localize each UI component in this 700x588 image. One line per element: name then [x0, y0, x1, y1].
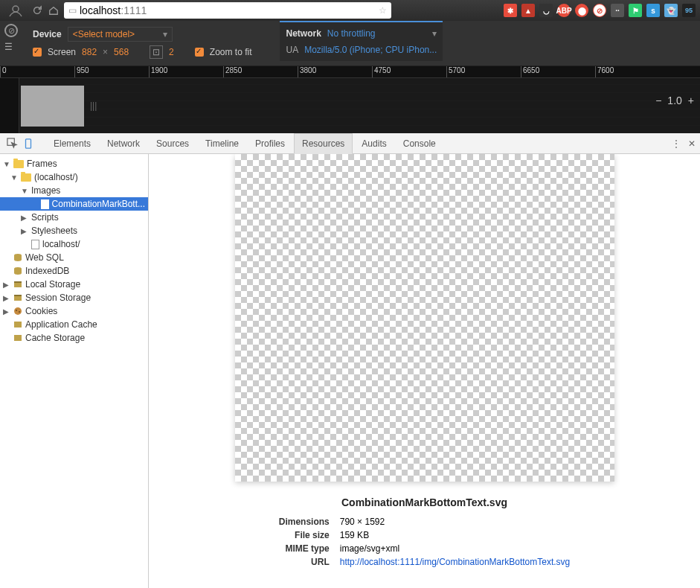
- tab-elements[interactable]: Elements: [46, 134, 98, 153]
- ext-abp-icon[interactable]: ABP: [557, 4, 571, 17]
- mini-viewport[interactable]: [21, 86, 84, 127]
- resource-url-link[interactable]: http://localhost:1111/img/CombinationMar…: [340, 557, 570, 567]
- svg-point-11: [19, 311, 20, 313]
- devtools-body: ▼Frames ▼(localhost/) ▼Images Combinatio…: [0, 154, 700, 588]
- ext-icon[interactable]: ⬤: [575, 4, 588, 17]
- screen-label: Screen: [48, 47, 76, 57]
- ext-icon[interactable]: ◡: [539, 4, 553, 17]
- url-text: localhost:1111: [80, 4, 376, 16]
- svg-rect-6: [14, 281, 22, 283]
- network-label: Network: [286, 28, 321, 39]
- ext-icon[interactable]: s: [646, 4, 660, 17]
- viewport-ruler-area: 09501900285038004750570066507600 ||| − 1…: [0, 66, 700, 133]
- tree-websql[interactable]: Web SQL: [0, 251, 148, 264]
- meta-label: MIME type: [274, 543, 334, 555]
- tree-root-doc[interactable]: localhost/: [0, 237, 148, 251]
- tree-localstorage[interactable]: ▶Local Storage: [0, 278, 148, 291]
- tab-network[interactable]: Network: [100, 134, 147, 153]
- inspect-icon[interactable]: [4, 136, 19, 151]
- storage-icon: [13, 320, 22, 329]
- svg-rect-8: [14, 295, 22, 296]
- disable-emulation-icon[interactable]: ⊘: [4, 24, 18, 37]
- tree-localhost[interactable]: ▼(localhost/): [0, 170, 148, 184]
- close-devtools-icon[interactable]: ✕: [688, 138, 696, 149]
- resource-meta-table: Dimensions790 × 1592 File size159 KB MIM…: [273, 514, 577, 569]
- tab-sources[interactable]: Sources: [149, 134, 196, 153]
- dpr-value[interactable]: 2: [169, 47, 174, 57]
- screen-width[interactable]: 882: [82, 47, 97, 57]
- dimension-x: ×: [103, 47, 108, 57]
- extension-icons: ✱ ▲ ◡ ABP ⬤ ⊘ ∙∙ ⚑ s 👻 95: [504, 4, 696, 17]
- tree-cookies[interactable]: ▶Cookies: [0, 304, 148, 318]
- svg-point-9: [14, 307, 22, 315]
- url-bar[interactable]: ▭ localhost:1111 ☆: [64, 2, 391, 19]
- ext-icon[interactable]: ✱: [504, 4, 517, 17]
- resources-sidebar: ▼Frames ▼(localhost/) ▼Images Combinatio…: [0, 154, 149, 588]
- screen-height[interactable]: 568: [114, 47, 129, 57]
- ua-value[interactable]: Mozilla/5.0 (iPhone; CPU iPhon...: [304, 45, 437, 55]
- dpr-icon: ⊡: [150, 45, 163, 59]
- file-icon: [31, 240, 39, 249]
- ext-icon[interactable]: ∙∙: [611, 4, 624, 17]
- svg-rect-2: [26, 138, 31, 147]
- tree-appcache[interactable]: Application Cache: [0, 318, 148, 331]
- database-icon: [13, 253, 22, 262]
- toggle-drawer-icon[interactable]: ☰: [4, 42, 18, 52]
- ext-icon[interactable]: ▲: [521, 4, 535, 17]
- meta-label: File size: [274, 529, 334, 541]
- tree-images[interactable]: ▼Images: [0, 184, 148, 197]
- device-model-select[interactable]: <Select model>: [68, 27, 173, 42]
- zoom-out-icon[interactable]: −: [655, 95, 661, 106]
- tree-selected-file[interactable]: CombinationMarkBott...: [0, 197, 148, 211]
- kebab-menu-icon[interactable]: ⋮: [672, 138, 681, 149]
- throttling-select[interactable]: No throttling: [327, 28, 376, 39]
- cookies-icon: [13, 307, 22, 316]
- resource-filename: CombinationMarkBottomText.svg: [341, 496, 507, 508]
- folder-icon: [13, 160, 24, 168]
- meta-value: 159 KB: [335, 529, 574, 541]
- image-preview-checkerboard: [235, 154, 614, 482]
- zoom-to-fit-label: Zoom to fit: [210, 47, 252, 57]
- tree-frames[interactable]: ▼Frames: [0, 157, 148, 170]
- zoom-controls[interactable]: − 1.0 +: [655, 95, 694, 106]
- svg-rect-13: [14, 335, 22, 341]
- database-icon: [13, 266, 22, 275]
- tree-cachestorage[interactable]: Cache Storage: [0, 331, 148, 345]
- browser-logo: [4, 0, 27, 21]
- meta-value: 790 × 1592: [335, 516, 574, 528]
- meta-label: URL: [274, 556, 334, 568]
- star-icon[interactable]: ☆: [379, 5, 387, 16]
- meta-value: image/svg+xml: [335, 543, 574, 555]
- tab-resources[interactable]: Resources: [294, 133, 353, 154]
- device-mode-icon[interactable]: [21, 136, 36, 151]
- ext-icon[interactable]: ⚑: [629, 4, 642, 17]
- storage-icon: [13, 293, 22, 302]
- home-icon[interactable]: [48, 4, 60, 16]
- page-icon: ▭: [68, 5, 77, 16]
- screen-checkbox[interactable]: [33, 48, 42, 57]
- tree-sessionstorage[interactable]: ▶Session Storage: [0, 291, 148, 304]
- resource-preview-pane: CombinationMarkBottomText.svg Dimensions…: [149, 154, 700, 588]
- zoom-in-icon[interactable]: +: [688, 95, 694, 106]
- ext-icon[interactable]: 95: [682, 4, 696, 17]
- device-toolbar: ⊘ ☰ Device <Select model> Screen 882 × 5…: [0, 21, 700, 66]
- ua-label: UA: [286, 45, 298, 55]
- zoom-checkbox[interactable]: [195, 48, 204, 57]
- meta-label: Dimensions: [274, 516, 334, 528]
- ext-icon[interactable]: 👻: [664, 4, 678, 17]
- svg-point-0: [13, 6, 19, 12]
- browser-toolbar: ▭ localhost:1111 ☆ ✱ ▲ ◡ ABP ⬤ ⊘ ∙∙ ⚑ s …: [0, 0, 700, 21]
- horizontal-ruler: 09501900285038004750570066507600: [0, 66, 700, 78]
- tab-audits[interactable]: Audits: [354, 134, 394, 153]
- tab-timeline[interactable]: Timeline: [198, 134, 246, 153]
- devtools-tabbar: Elements Network Sources Timeline Profil…: [0, 133, 700, 154]
- reload-icon[interactable]: [31, 4, 43, 16]
- svg-point-10: [16, 310, 17, 311]
- tree-scripts[interactable]: ▶Scripts: [0, 211, 148, 224]
- ext-icon[interactable]: ⊘: [593, 4, 606, 17]
- tab-profiles[interactable]: Profiles: [248, 134, 292, 153]
- tree-stylesheets[interactable]: ▶Stylesheets: [0, 224, 148, 237]
- device-label: Device: [33, 29, 62, 39]
- tree-indexeddb[interactable]: IndexedDB: [0, 264, 148, 278]
- tab-console[interactable]: Console: [396, 134, 443, 153]
